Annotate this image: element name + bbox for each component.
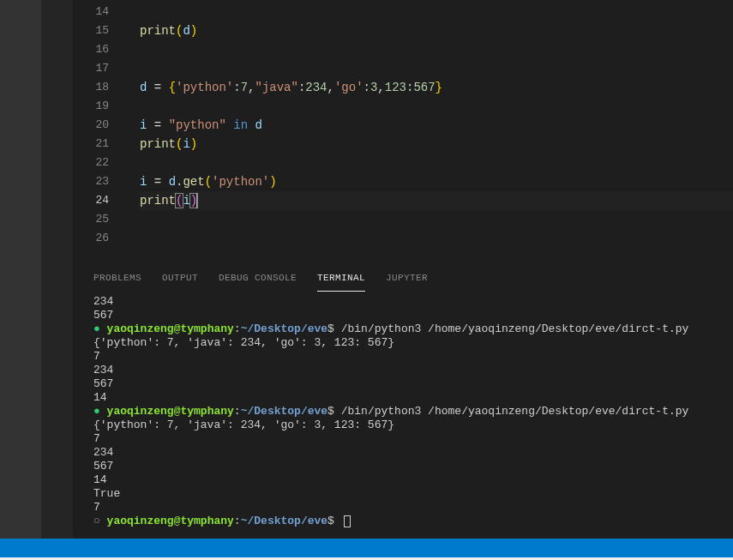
code-token: : (363, 81, 370, 94)
line-number: 22 (73, 154, 109, 172)
terminal-user: yaoqinzeng (107, 515, 174, 527)
sidebar-panel-lower (41, 264, 73, 539)
code-line[interactable] (140, 210, 733, 229)
code-token: print (140, 194, 176, 208)
terminal-cursor (344, 515, 351, 527)
code-token (147, 175, 153, 189)
terminal-line: 234 (93, 446, 724, 460)
terminal-line: 234 (93, 364, 724, 377)
code-token: d (183, 24, 189, 38)
code-token: i (183, 137, 189, 151)
code-line[interactable]: i = d.get('python') (140, 172, 733, 191)
code-token: } (436, 81, 442, 94)
terminal-prompt-line[interactable]: ● yaoqinzeng@tymphany:~/Desktop/eve$ /bi… (93, 322, 724, 336)
code-token: print (140, 24, 176, 38)
code-line[interactable]: i = "python" in d (140, 116, 733, 135)
code-token: = (154, 118, 161, 132)
terminal-line: {'python': 7, 'java': 234, 'go': 3, 123:… (93, 336, 724, 350)
line-number: 20 (73, 116, 109, 135)
terminal-cwd: ~/Desktop/eve (241, 405, 327, 418)
terminal-line: 234 (93, 295, 724, 309)
code-token: "python" (169, 118, 226, 132)
panel-tab-debug-console[interactable]: DEBUG CONSOLE (219, 264, 297, 292)
activity-bar[interactable] (0, 0, 41, 264)
code-token: ) (269, 175, 276, 189)
panel-tab-terminal[interactable]: TERMINAL (317, 264, 365, 292)
line-number: 14 (73, 3, 109, 21)
code-token: { (169, 81, 176, 94)
code-token: , (377, 81, 384, 94)
terminal-cwd: ~/Desktop/eve (241, 322, 327, 335)
line-number: 26 (73, 229, 109, 248)
terminal-dollar: $ (327, 322, 341, 335)
code-token (226, 118, 233, 132)
terminal-sep: : (234, 322, 241, 335)
terminal-line: True (93, 487, 724, 501)
activity-bar-lower[interactable] (0, 264, 41, 539)
terminal-line: 14 (93, 473, 724, 487)
code-line[interactable]: print(i) (140, 191, 733, 210)
code-line[interactable] (140, 97, 733, 116)
code-token (161, 175, 168, 189)
line-number: 15 (73, 21, 109, 40)
code-token: print (140, 137, 176, 151)
terminal-cwd: ~/Desktop/eve (241, 515, 327, 527)
terminal-output[interactable]: 234567● yaoqinzeng@tymphany:~/Desktop/ev… (73, 292, 733, 539)
status-bar[interactable] (0, 539, 733, 557)
code-line[interactable]: print(i) (140, 135, 733, 154)
panel-area: PROBLEMSOUTPUTDEBUG CONSOLETERMINALJUPYT… (73, 264, 733, 539)
code-content[interactable]: print(d)d = {'python':7,"java":234,'go':… (124, 0, 733, 264)
code-token: 'go' (334, 81, 363, 94)
terminal-command: /bin/python3 /home/yaoqinzeng/Desktop/ev… (341, 405, 689, 418)
line-number-gutter: 14151617181920212223242526 (73, 0, 124, 264)
code-token: ) (190, 137, 197, 151)
terminal-command: /bin/python3 /home/yaoqinzeng/Desktop/ev… (341, 322, 689, 335)
code-token: 123 (385, 81, 406, 94)
panel-tab-output[interactable]: OUTPUT (162, 264, 198, 292)
code-token: = (154, 175, 161, 189)
code-token: , (327, 81, 334, 94)
terminal-prompt-line[interactable]: ○ yaoqinzeng@tymphany:~/Desktop/eve$ (93, 515, 724, 528)
code-line[interactable] (140, 40, 733, 59)
terminal-line: 7 (93, 501, 724, 515)
line-number: 24 (73, 191, 109, 210)
line-number: 23 (73, 172, 109, 191)
terminal-line: 7 (93, 432, 724, 446)
terminal-host: tymphany (180, 515, 233, 527)
code-token: 234 (305, 81, 327, 94)
code-line[interactable] (140, 229, 733, 248)
code-token: = (154, 81, 161, 94)
code-token: : (233, 81, 240, 94)
terminal-prompt-line[interactable]: ● yaoqinzeng@tymphany:~/Desktop/eve$ /bi… (93, 405, 724, 418)
code-token: d (255, 118, 261, 132)
code-line[interactable] (140, 154, 733, 172)
text-cursor (196, 193, 197, 208)
code-line[interactable]: print(d) (140, 21, 733, 40)
code-token: 567 (413, 81, 435, 94)
code-token: d (169, 175, 176, 189)
code-token: 'python' (212, 175, 269, 189)
panel-tab-problems[interactable]: PROBLEMS (93, 264, 141, 292)
code-token (147, 118, 153, 132)
line-number: 16 (73, 40, 109, 59)
terminal-line: 14 (93, 391, 724, 405)
code-token: ( (205, 175, 212, 189)
terminal-line: 7 (93, 350, 724, 364)
terminal-line: 567 (93, 377, 724, 391)
code-token: 7 (241, 81, 248, 94)
line-number: 19 (73, 97, 109, 116)
terminal-host: tymphany (180, 405, 233, 418)
code-editor[interactable]: 14151617181920212223242526 print(d)d = {… (73, 0, 733, 264)
code-token: get (183, 175, 204, 189)
line-number: 25 (73, 210, 109, 229)
terminal-host: tymphany (180, 322, 233, 335)
terminal-line: 567 (93, 309, 724, 322)
code-line[interactable] (140, 3, 733, 21)
code-token: "java" (255, 81, 297, 94)
code-line[interactable]: d = {'python':7,"java":234,'go':3,123:56… (140, 78, 733, 97)
sidebar-panel (41, 0, 73, 264)
code-line[interactable] (140, 59, 733, 78)
terminal-line: {'python': 7, 'java': 234, 'go': 3, 123:… (93, 418, 724, 432)
panel-tab-jupyter[interactable]: JUPYTER (386, 264, 428, 292)
terminal-line: 567 (93, 460, 724, 473)
